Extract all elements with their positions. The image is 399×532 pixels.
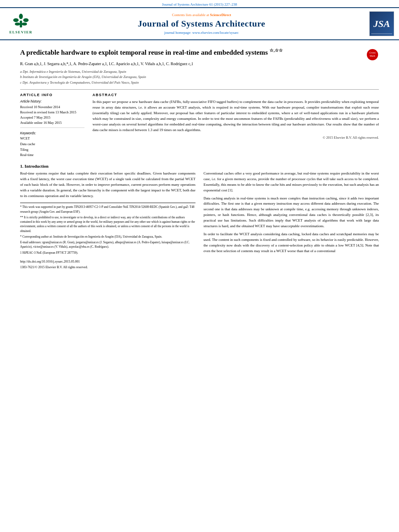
introduction-section: 1. Introduction Real-time systems requir…: [20, 164, 379, 270]
crossmark: Cross Mark: [366, 48, 379, 62]
affiliations: a Dpt. Informática e Ingeniería de Siste…: [20, 69, 379, 86]
keyword-2: Data cache: [20, 142, 84, 147]
elsevier-plant-icon: [10, 14, 32, 30]
divider-1: [20, 89, 379, 90]
info-divider: [20, 127, 84, 128]
footnote-hipeac: 1 HiPEAC-3 NoE (European FP7/ICT 287759)…: [20, 251, 195, 255]
homepage-url[interactable]: www.elsevier.com/locate/sysarc: [192, 31, 239, 35]
received-date: Received 10 November 2014: [20, 105, 84, 110]
abstract-col: ABSTRACT In this paper we propose a new …: [93, 93, 379, 158]
crossmark-icon: Cross Mark: [366, 48, 379, 61]
article-info-abstract: ARTICLE INFO Article history: Received 1…: [20, 93, 379, 158]
intro-right-para2: Data caching analysis in real-time syste…: [204, 196, 379, 230]
intro-right-para1: Conventional caches offer a very good pe…: [204, 171, 379, 193]
paper-content: Cross Mark A predictable hardware to exp…: [0, 47, 399, 270]
journal-top-text: Journal of Systems Architecture 61 (2015…: [162, 2, 237, 6]
footnotes: * This work was supported in part by gra…: [20, 203, 195, 255]
sciencedirect-line: Contents lists available at ScienceDirec…: [41, 13, 362, 17]
keywords-label: Keywords:: [20, 131, 84, 135]
keyword-4: Real-time: [20, 152, 84, 158]
affil-c: c Dpt. Arquitectura y Tecnología de Comp…: [20, 80, 379, 86]
intro-right-col: Conventional caches offer a very good pe…: [204, 171, 379, 270]
section-title-intro: 1. Introduction: [20, 164, 379, 168]
header-center: Contents lists available at ScienceDirec…: [41, 13, 362, 35]
svg-point-1: [13, 18, 18, 22]
elsevier-wordmark: ELSEVIER: [9, 30, 33, 34]
doi-issn: 1383-7621/© 2015 Elsevier B.V. All right…: [20, 265, 195, 270]
intro-left-text: Real-time systems require that tasks com…: [20, 171, 195, 199]
abstract-heading: ABSTRACT: [93, 93, 379, 97]
paper-section: Cross Mark A predictable hardware to exp…: [20, 47, 379, 270]
history-label: Article history:: [20, 99, 84, 103]
abstract-text: In this paper we propose a new hardware …: [93, 99, 379, 133]
footnote-star1: * This work was supported in part by gra…: [20, 205, 195, 214]
article-info-col: ARTICLE INFO Article history: Received 1…: [20, 93, 84, 158]
jsa-logo-box: JSA: [369, 11, 394, 36]
keyword-1: WCET: [20, 136, 84, 142]
author-names: R. Gran a,b,1, J. Segarra a,b,*,1, A. Pe…: [20, 62, 193, 66]
intro-body-cols: Real-time systems require that tasks com…: [20, 171, 379, 270]
authors-line: R. Gran a,b,1, J. Segarra a,b,*,1, A. Pe…: [20, 61, 379, 67]
available-date: Available online 16 May 2015: [20, 120, 84, 125]
svg-text:Cross: Cross: [369, 51, 376, 54]
svg-point-2: [23, 18, 28, 22]
journal-top-header: Journal of Systems Architecture 61 (2015…: [0, 0, 399, 7]
revised-date: Received in revised form 13 March 2015: [20, 110, 84, 115]
intro-right-para3: In order to facilitate the WCET analysis…: [204, 232, 379, 254]
paper-title: A predictable hardware to exploit tempor…: [20, 47, 379, 58]
copyright-notice: © 2015 Elsevier B.V. All rights reserved…: [93, 136, 379, 140]
affil-b: b Instituto de Investigación en Ingenier…: [20, 74, 379, 80]
keyword-3: Tiling: [20, 147, 84, 153]
intro-left-col: Real-time systems require that tasks com…: [20, 171, 195, 270]
main-header: ELSEVIER Contents lists available at Sci…: [0, 7, 399, 40]
sciencedirect-link-text[interactable]: ScienceDirect: [210, 13, 231, 17]
doi-url[interactable]: http://dx.doi.org/10.1016/j.sysarc.2015.…: [20, 259, 195, 265]
journal-homepage: journal homepage: www.elsevier.com/locat…: [41, 31, 362, 35]
footnote-corresponding: * Corresponding author at: Instituto de …: [20, 234, 195, 239]
svg-text:Mark: Mark: [370, 55, 375, 57]
svg-point-0: [19, 14, 23, 19]
svg-point-4: [21, 22, 27, 25]
svg-point-3: [14, 22, 20, 25]
footnote-emails: E-mail addresses: rgran@unizar.es (R. Gr…: [20, 240, 195, 249]
paper-title-stars: ☆,☆☆: [269, 48, 283, 53]
svg-rect-5: [20, 21, 22, 27]
jsa-logo-container: JSA: [366, 11, 394, 36]
article-info-heading: ARTICLE INFO: [20, 93, 84, 97]
elsevier-logo: ELSEVIER: [5, 14, 37, 34]
affil-a: a Dpt. Informática e Ingeniería de Siste…: [20, 69, 379, 75]
footnote-star2: ** It is strictly prohibited to use, to …: [20, 215, 195, 233]
journal-title: Journal of Systems Architecture: [41, 18, 362, 29]
doi-footer: http://dx.doi.org/10.1016/j.sysarc.2015.…: [20, 259, 195, 270]
accepted-date: Accepted 7 May 2015: [20, 115, 84, 120]
